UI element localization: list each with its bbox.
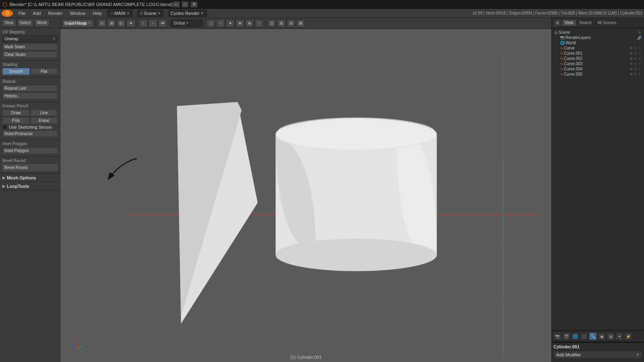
curve-eye-3: 👁 ✎ ⚬ <box>630 62 642 66</box>
selected-object-title: Cylinder.001 <box>553 344 642 349</box>
curve-eye-4: 👁 ✎ ⚬ <box>630 67 642 71</box>
curve-eye-1: 👁 ✎ ⚬ <box>630 51 642 56</box>
clear-seam-btn[interactable]: Clear Seam <box>2 51 58 58</box>
repeat-section: Repeat: Repeat Last History... <box>0 78 60 102</box>
viewport-icon-btn-9[interactable]: ○ <box>216 19 225 27</box>
mark-seam-btn[interactable]: Mark Seam <box>2 43 58 50</box>
uv-mapping-section: UV Mapping: Unwrap ▼ Mark Seam Clear Sea… <box>0 28 60 61</box>
mesh-options-arrow: ▶ <box>2 176 5 180</box>
viewport[interactable]: ✎ Edit Mode ▼ ⊙ ⊞ ◎ ✦ ↑ ↔ ⇄ Global ▼ □ ○… <box>60 18 551 362</box>
viewport-icon-btn-12[interactable]: ⊗ <box>245 19 254 27</box>
scene-tree-root[interactable]: ◎ Scene 👁 <box>553 30 642 35</box>
use-sketching-label: Use Sketching Sessio <box>9 125 52 130</box>
transform-dropdown[interactable]: Global ▼ <box>171 19 203 27</box>
maximize-button[interactable]: □ <box>182 1 189 8</box>
workspace-selector[interactable]: ⊞ MAIN ▼ <box>107 10 132 17</box>
view-tab[interactable]: View <box>562 20 576 26</box>
use-sketching-checkbox[interactable] <box>2 125 7 130</box>
svg-point-22 <box>276 118 437 150</box>
viewport-icon-btn-3[interactable]: ◎ <box>117 19 126 27</box>
menu-add[interactable]: Add <box>30 10 44 16</box>
curve-icon-5: ∿ <box>560 72 563 76</box>
scene-label: Scene <box>559 30 570 35</box>
draw-btn[interactable]: Draw <box>2 109 30 116</box>
scene-tree: ◎ Scene 👁 📷 RenderLayers 🔗 🌐 World ∿ <box>552 28 644 330</box>
inset-polygon-btn[interactable]: Inset Polygon <box>2 147 58 154</box>
add-modifier-btn[interactable]: Add Modifier ▼ <box>553 351 642 359</box>
viewport-icon-btn-14[interactable]: ⊡ <box>267 19 276 27</box>
curve-item-5[interactable]: ∿ Curve.005 👁 ✎ ⚬ <box>553 72 642 77</box>
viewport-icon-btn-15[interactable]: ⊞ <box>277 19 286 27</box>
scene-eye: 👁 <box>638 31 642 35</box>
loop-tools-header[interactable]: ▶ LoopTools <box>0 182 60 191</box>
props-icon-world[interactable]: 🌐 <box>571 332 579 340</box>
viewport-icon-btn-2[interactable]: ⊞ <box>107 19 116 27</box>
select-menu-btn[interactable]: Select <box>17 19 34 27</box>
props-icon-camera[interactable]: 📷 <box>553 332 561 340</box>
viewport-icon-btn-7[interactable]: ⇄ <box>158 19 167 27</box>
workspace-label: MAIN <box>114 11 126 16</box>
bevel-round-btn[interactable]: Bevel Round <box>2 164 58 171</box>
world-item[interactable]: 🌐 World <box>553 40 642 45</box>
props-icon-object[interactable]: □ <box>580 332 588 340</box>
engine-label: Cycles Render <box>171 11 200 16</box>
viewport-icon-btn-13[interactable]: ↕ <box>255 19 264 27</box>
erase-btn[interactable]: Erase <box>31 117 58 124</box>
viewport-icon-btn-16[interactable]: ⊟ <box>287 19 295 27</box>
viewport-icon-btn-17[interactable]: ⊠ <box>296 19 305 27</box>
menubar: ⬡ File Add Render Window Help ⊞ MAIN ▼ ◎… <box>0 9 644 18</box>
minimize-button[interactable]: — <box>173 1 180 8</box>
viewport-icon-btn-5[interactable]: ↑ <box>139 19 148 27</box>
menu-file[interactable]: File <box>15 10 29 16</box>
props-icon-modifier[interactable]: 🔧 <box>589 332 597 340</box>
curve-item-1[interactable]: ∿ Curve.001 👁 ✎ ⚬ <box>553 51 642 56</box>
viewport-mode-btn[interactable]: ✎ Edit Mode ▼ <box>62 19 94 27</box>
viewport-icon-btn-8[interactable]: □ <box>206 19 215 27</box>
props-icon-particle[interactable]: ✦ <box>615 332 623 340</box>
repeat-last-btn[interactable]: Repeat Last <box>2 85 58 92</box>
curve-item-3[interactable]: ∿ Curve.003 👁 ✎ ⚬ <box>553 61 642 66</box>
engine-selector[interactable]: Cycles Render ▼ <box>168 10 207 17</box>
menu-help[interactable]: Help <box>90 10 105 16</box>
viewport-icon-btn-11[interactable]: ⊕ <box>235 19 244 27</box>
menu-window[interactable]: Window <box>66 10 89 16</box>
right-panel: ⊞ View Search All Scenes ◎ Scene 👁 📷 Ren… <box>551 18 644 362</box>
flat-btn[interactable]: Flat <box>31 68 58 75</box>
unwrap-dropdown[interactable]: Unwrap ▼ <box>2 35 58 42</box>
search-tab[interactable]: Search <box>577 20 594 26</box>
viewport-icon-btn-6[interactable]: ↔ <box>149 19 157 27</box>
props-icon-physics[interactable]: ⚡ <box>624 332 632 340</box>
close-button[interactable]: ✕ <box>190 1 198 8</box>
curve-item-0[interactable]: ∿ Curve 👁 ✎ ⚬ <box>553 45 642 51</box>
mesh-options-header[interactable]: ▶ Mesh Options <box>0 174 60 182</box>
props-icon-texture[interactable]: ▤ <box>607 332 615 340</box>
props-icon-material[interactable]: ◉ <box>598 332 606 340</box>
line-btn[interactable]: Line <box>31 109 58 116</box>
scene-icon: ◎ <box>554 30 558 35</box>
curve-eye-0: 👁 ✎ ⚬ <box>630 46 642 50</box>
props-icon-scene[interactable]: 🎬 <box>562 332 570 340</box>
curve-label-2: Curve.002 <box>564 56 582 61</box>
world-icon: 🌐 <box>560 41 565 45</box>
viewport-canvas <box>60 18 551 362</box>
view-menu-btn[interactable]: View <box>2 19 16 27</box>
curve-label-5: Curve.005 <box>564 72 582 76</box>
viewport-icon-btn-10[interactable]: ✦ <box>226 19 235 27</box>
history-btn[interactable]: History... <box>2 93 58 99</box>
mesh-menu-btn[interactable]: Mesh <box>34 19 50 27</box>
scene-icon-btn[interactable]: ⊞ <box>553 19 561 27</box>
viewport-icon-btn-4[interactable]: ✦ <box>126 19 135 27</box>
scene-selector[interactable]: ◎ Scene ▼ <box>137 10 164 17</box>
mesh-options-label: Mesh Options <box>7 175 36 180</box>
poly-btn[interactable]: Poly <box>2 117 30 124</box>
menu-render[interactable]: Render <box>45 10 66 16</box>
curve-item-2[interactable]: ∿ Curve.002 👁 ✎ ⚬ <box>553 56 642 61</box>
smooth-btn[interactable]: Smooth <box>2 68 30 75</box>
viewport-icon-btn-1[interactable]: ⊙ <box>97 19 106 27</box>
use-sketching-row: Use Sketching Sessio <box>2 125 58 130</box>
render-layers-item[interactable]: 📷 RenderLayers 🔗 <box>553 35 642 40</box>
ruler-btn[interactable]: Ruler/Protractor <box>2 130 58 137</box>
curve-item-4[interactable]: ∿ Curve.004 👁 ✎ ⚬ <box>553 66 642 72</box>
poly-erase-row: Poly Erase <box>2 117 58 124</box>
all-scenes-tab[interactable]: All Scenes <box>595 20 619 26</box>
